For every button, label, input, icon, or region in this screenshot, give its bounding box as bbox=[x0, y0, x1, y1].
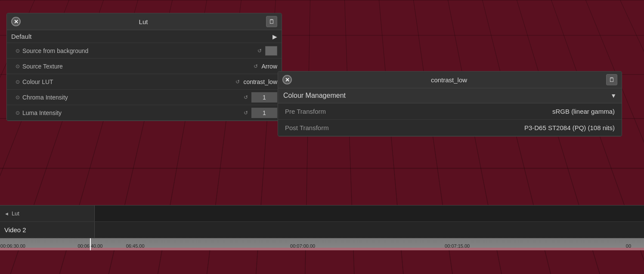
ruler-label-end: 00 bbox=[626, 243, 631, 249]
video2-track-label: Video 2 bbox=[0, 222, 95, 238]
prop-luma-intensity: ⊙ Luma Intensity ↺ bbox=[7, 105, 282, 121]
prop-source-texture: ⊙ Source Texture ↺ Arrow bbox=[7, 59, 282, 74]
add-note-icon: 🗒 bbox=[269, 18, 275, 25]
source-texture-reset[interactable]: ↺ bbox=[254, 63, 258, 69]
video2-track-content bbox=[95, 222, 644, 238]
clock-icon-3: ⊙ bbox=[15, 79, 20, 85]
luma-intensity-input[interactable] bbox=[251, 108, 277, 118]
contrast-panel-header: ✕ contrast_low 🗒 bbox=[278, 72, 622, 88]
close-icon-2: ✕ bbox=[285, 77, 290, 83]
post-transform-row: Post Transform P3-D65 ST2084 (PQ) (108 n… bbox=[278, 120, 622, 136]
clock-icon-5: ⊙ bbox=[15, 110, 20, 116]
ruler-label-0715: 00:07:15.00 bbox=[445, 243, 470, 249]
colour-management-row[interactable]: Colour Management ▼ bbox=[278, 88, 622, 103]
contrast-close-button[interactable]: ✕ bbox=[282, 75, 292, 84]
ruler-background: 00:06:30.00 00:06:40.00 06:45.00 00:07:0… bbox=[0, 238, 644, 250]
play-arrow-icon: ▶ bbox=[272, 33, 277, 40]
lut-panel-header: ✕ Lut 🗒 bbox=[7, 13, 282, 30]
lut-close-button[interactable]: ✕ bbox=[11, 17, 21, 26]
chroma-intensity-reset[interactable]: ↺ bbox=[244, 94, 248, 100]
lut-panel: ✕ Lut 🗒 Default ▶ ⊙ Source from backgrou… bbox=[6, 13, 282, 121]
colour-lut-label: Colour LUT bbox=[22, 78, 234, 85]
lut-track-name: Lut bbox=[12, 210, 19, 217]
post-transform-value: P3-D65 ST2084 (PQ) (108 nits) bbox=[524, 124, 615, 131]
video2-track: Video 2 bbox=[0, 222, 644, 238]
lut-track: ◄ Lut bbox=[0, 206, 644, 222]
lut-add-button[interactable]: 🗒 bbox=[266, 16, 277, 27]
clock-icon-2: ⊙ bbox=[15, 63, 20, 69]
luma-intensity-reset[interactable]: ↺ bbox=[244, 110, 248, 116]
video2-track-name: Video 2 bbox=[4, 226, 26, 234]
prop-chroma-intensity: ⊙ Chroma Intensity ↺ bbox=[7, 90, 282, 105]
luma-intensity-label: Luma Intensity bbox=[22, 109, 242, 116]
timeline-ruler[interactable]: 00:06:30.00 00:06:40.00 06:45.00 00:07:0… bbox=[0, 238, 644, 250]
contrast-panel: ✕ contrast_low 🗒 Colour Management ▼ Pre… bbox=[278, 71, 622, 137]
colour-management-dropdown-icon: ▼ bbox=[610, 92, 616, 99]
lut-panel-title: Lut bbox=[21, 18, 266, 25]
lut-default-row[interactable]: Default ▶ bbox=[7, 30, 282, 43]
timeline: ◄ Lut Video 2 00:06:30.00 00:06:40.00 06… bbox=[0, 205, 644, 274]
source-texture-label: Source Texture bbox=[22, 63, 252, 70]
clock-icon-1: ⊙ bbox=[15, 48, 20, 54]
close-icon: ✕ bbox=[14, 19, 19, 25]
prop-source-from-background: ⊙ Source from background ↺ bbox=[7, 43, 282, 59]
pre-transform-value: sRGB (linear gamma) bbox=[552, 108, 615, 115]
contrast-add-button[interactable]: 🗒 bbox=[606, 74, 617, 85]
lut-track-label: ◄ Lut bbox=[0, 206, 95, 221]
colour-lut-value[interactable]: contrast_low bbox=[243, 78, 277, 85]
chroma-intensity-input[interactable] bbox=[251, 92, 277, 103]
clock-icon-4: ⊙ bbox=[15, 94, 20, 100]
colour-lut-reset[interactable]: ↺ bbox=[235, 79, 240, 85]
colour-management-label: Colour Management bbox=[283, 92, 346, 100]
source-texture-value[interactable]: Arrow bbox=[261, 63, 277, 70]
post-transform-label: Post Transform bbox=[285, 124, 329, 131]
lut-track-arrow: ◄ bbox=[4, 211, 9, 216]
timeline-tracks: ◄ Lut Video 2 bbox=[0, 205, 644, 238]
prop-colour-lut: ⊙ Colour LUT ↺ contrast_low bbox=[7, 74, 282, 90]
default-label: Default bbox=[11, 33, 32, 40]
ruler-label-0700: 00:07:00.00 bbox=[290, 243, 315, 249]
source-from-background-label: Source from background bbox=[22, 47, 256, 54]
playhead[interactable] bbox=[90, 238, 91, 250]
pre-transform-label: Pre Transform bbox=[285, 108, 326, 115]
ruler-label-0645: 06:45.00 bbox=[126, 243, 145, 249]
contrast-panel-title: contrast_low bbox=[292, 76, 606, 84]
ruler-label-0630: 00:06:30.00 bbox=[0, 243, 25, 249]
source-from-background-swatch[interactable] bbox=[265, 46, 277, 56]
pre-transform-row: Pre Transform sRGB (linear gamma) bbox=[278, 103, 622, 120]
source-from-background-reset[interactable]: ↺ bbox=[257, 48, 262, 54]
chroma-intensity-label: Chroma Intensity bbox=[22, 94, 242, 101]
add-note-icon-2: 🗒 bbox=[609, 76, 615, 83]
lut-track-content bbox=[95, 206, 644, 221]
